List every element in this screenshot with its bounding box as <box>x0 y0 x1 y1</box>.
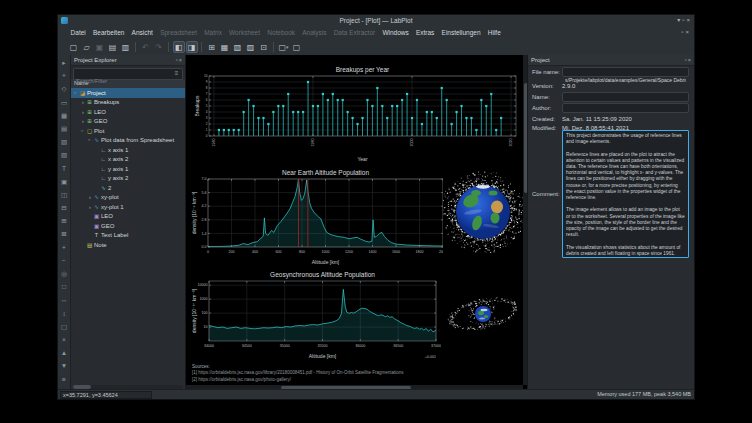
plot-breakups-per-year[interactable]: 1960198020002020012345678910Breakups per… <box>194 64 522 163</box>
axis-icon: ∟ <box>100 166 107 172</box>
add-cartesian-plot-centered-icon[interactable]: ▧ <box>59 135 70 148</box>
svg-text:6: 6 <box>206 98 208 102</box>
project-explorer-header[interactable]: Project Explorer ▫× <box>71 55 185 66</box>
zoom-out-icon[interactable]: − <box>59 254 70 267</box>
menu-ansicht[interactable]: Ansicht <box>128 26 157 39</box>
horizontal-layout-icon[interactable]: ⊟ <box>59 201 70 214</box>
tree-item-leo[interactable]: ▣LEO <box>71 212 185 222</box>
tree-item-y-axis-2[interactable]: ∟y axis 2 <box>71 174 185 184</box>
close-panel-icon[interactable]: × <box>688 57 692 63</box>
expander-open-icon[interactable]: › <box>80 128 86 134</box>
zoom-in-icon[interactable]: + <box>59 241 70 254</box>
menu-data-extractor: Data Extractor <box>330 26 379 39</box>
new-spreadsheet-button[interactable]: ⊞ <box>206 41 218 53</box>
toolbar-separator <box>135 42 136 52</box>
navigate-mode-icon[interactable]: ◇ <box>59 82 70 95</box>
crosshair-mode-icon[interactable]: + <box>59 69 70 82</box>
menu-hilfe[interactable]: Hilfe <box>484 26 504 39</box>
zoom-origin-icon[interactable]: ◎ <box>59 267 70 280</box>
tree-item-xy-plot-1[interactable]: ›∿xy-plot 1 <box>71 202 185 212</box>
toggle-project-explorer-button[interactable]: ◧ <box>173 41 185 53</box>
mdi-close-button[interactable]: × <box>685 29 691 35</box>
new-datapicker-button[interactable]: ⊡ <box>258 41 270 53</box>
new-note-button[interactable]: ▢ <box>291 41 303 53</box>
select-mode-icon[interactable]: ▸ <box>59 56 70 69</box>
tree-item-label: Project <box>87 90 106 96</box>
cursor-position-readout: x=35.7291, y=3.45624 <box>60 391 152 399</box>
filter-options-icon[interactable]: ≡ <box>172 69 181 77</box>
tree-item-xy-plot[interactable]: ›∿xy-plot <box>71 193 185 203</box>
tree-item-note[interactable]: ▤Note <box>71 240 185 250</box>
print-button[interactable]: ▤ <box>107 41 119 53</box>
menu-einstellungen[interactable]: Einstellungen <box>438 26 484 39</box>
tree-item-y-axis-1[interactable]: ∟y axis 1 <box>71 164 185 174</box>
menu-worksheet: Worksheet <box>225 26 263 39</box>
axis-icon: ∟ <box>100 147 107 153</box>
leo-debris-image[interactable] <box>443 166 525 259</box>
tree-item-text-label[interactable]: TText Label <box>71 231 185 241</box>
add-cartesian-plot-four-axes-icon[interactable]: ▦ <box>59 109 70 122</box>
close-panel-icon[interactable]: × <box>179 57 183 63</box>
print-preview-button[interactable]: ▥ <box>120 41 132 53</box>
presenter-mode-icon[interactable]: ≡ <box>59 373 70 386</box>
tree-item-geo[interactable]: ›⊞GEO <box>71 117 185 127</box>
add-cartesian-plot-box-icon[interactable]: ▨ <box>59 148 70 161</box>
fit-page-icon[interactable]: □ <box>59 280 70 293</box>
svg-text:200: 200 <box>229 250 235 254</box>
search-row: ≡ <box>71 66 185 79</box>
tree-item-leo[interactable]: ›⊞LEO <box>71 107 185 117</box>
zoom-select-mode-icon[interactable]: ▭ <box>59 96 70 109</box>
comment-field[interactable]: This project demonstrates the usage of r… <box>562 130 689 258</box>
plot-geosynchronous-altitude[interactable]: 3400034500350003550036000365003700010100… <box>191 269 441 360</box>
fit-height-icon[interactable]: ↕ <box>59 307 70 320</box>
tree-item-plot-data-from-spreadsheet[interactable]: ›∿Plot data from Spreadsheet <box>71 136 185 146</box>
menu-datei[interactable]: Datei <box>67 26 89 39</box>
grid-layout-icon[interactable]: ⊞ <box>59 214 70 227</box>
fit-width-icon[interactable]: ↔ <box>59 293 70 306</box>
toggle-properties-explorer-button[interactable]: ◨ <box>186 41 198 53</box>
plot-near-earth-altitude[interactable]: 02004006008001000120014001600180020000.0… <box>191 167 448 266</box>
new-worksheet-button[interactable]: ▧ <box>232 41 244 53</box>
worksheet-icon: ▢ <box>86 128 93 134</box>
new-project-button[interactable]: ▢ <box>68 41 80 53</box>
geo-debris-image[interactable] <box>443 271 525 358</box>
menu-windows[interactable]: Windows <box>379 26 413 39</box>
search-box: ≡ <box>73 68 183 80</box>
break-layout-icon[interactable]: ⊠ <box>59 227 70 240</box>
svg-text:4.2: 4.2 <box>202 204 207 208</box>
tree-item-breakups[interactable]: ›⊞Breakups <box>71 98 185 108</box>
open-project-button[interactable]: ▱ <box>81 41 93 53</box>
tree-item-x-axis-2[interactable]: ∟x axis 2 <box>71 155 185 165</box>
lower-element-icon[interactable]: ▼ <box>59 359 70 372</box>
close-button[interactable]: × <box>686 17 692 23</box>
add-image-icon[interactable]: ▣ <box>59 175 70 188</box>
search-input[interactable] <box>74 76 167 86</box>
new-notebook-button[interactable]: ▨ <box>245 41 257 53</box>
delete-element-icon[interactable]: × <box>59 333 70 346</box>
add-cartesian-plot-two-axes-icon[interactable]: ▤ <box>59 122 70 135</box>
menu-bearbeiten[interactable]: Bearbeiten <box>89 26 128 39</box>
svg-text:35500: 35500 <box>318 344 328 348</box>
svg-text:34500: 34500 <box>242 344 252 348</box>
svg-text:1000: 1000 <box>200 297 208 301</box>
vertical-layout-icon[interactable]: ◫ <box>59 188 70 201</box>
svg-text:Altitude [km]: Altitude [km] <box>309 353 337 359</box>
tree-item-geo[interactable]: ▣GEO <box>71 221 185 231</box>
expander-open-icon[interactable]: › <box>73 90 79 96</box>
new-plot-dropdown-button[interactable]: ▢▾ <box>278 41 290 53</box>
tree-item-project[interactable]: ›◪Project <box>71 88 185 98</box>
tree-item-2[interactable]: ∿2 <box>71 183 185 193</box>
properties-title: Project <box>531 57 550 63</box>
project-tree: ›◪Project›⊞Breakups›⊞LEO›⊞GEO›▢Plot›∿Plo… <box>71 88 185 384</box>
select-region-icon[interactable]: ▢ <box>59 320 70 333</box>
menu-extras[interactable]: Extras <box>412 26 438 39</box>
new-matrix-button[interactable]: ▦ <box>219 41 231 53</box>
expander-open-icon[interactable]: › <box>87 137 93 143</box>
tree-item-x-axis-1[interactable]: ∟x axis 1 <box>71 145 185 155</box>
tree-item-plot[interactable]: ›▢Plot <box>71 126 185 136</box>
sources-text-label[interactable]: Sources:[1] https://orbitaldebris.jsc.na… <box>192 364 404 383</box>
properties-header[interactable]: Project ▫× <box>528 55 694 66</box>
svg-text:2020: 2020 <box>509 139 513 147</box>
raise-element-icon[interactable]: ▲ <box>59 346 70 359</box>
add-text-label-icon[interactable]: T <box>59 162 70 175</box>
